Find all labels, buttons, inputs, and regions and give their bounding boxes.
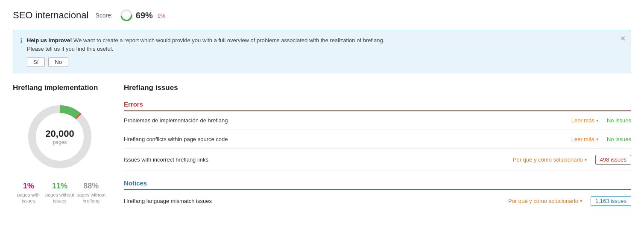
stat-label-2: pages without hreflang — [76, 192, 106, 204]
chevron-down-icon: ▾ — [596, 118, 598, 123]
banner-no-button[interactable]: No — [48, 57, 68, 67]
error-row-2: Issues with incorrect hreflang links Por… — [124, 149, 631, 171]
error-row-0-status: No issues — [607, 117, 631, 124]
stat-item-1: 11% pages without issues — [45, 182, 75, 204]
score-value: 69% — [136, 11, 153, 20]
banner-sub-text: Please tell us if you find this useful. — [27, 46, 113, 52]
donut-wrapper: 20,000 pages — [13, 101, 107, 173]
error-row-0-label: Problemas de implementación de hreflang — [124, 117, 571, 124]
banner-yes-button[interactable]: Sí — [27, 57, 45, 67]
error-row-0: Problemas de implementación de hreflang … — [124, 111, 631, 130]
error-row-2-label: Issues with incorrect hreflang links — [124, 156, 513, 163]
notice-row-0-label: Hreflang language mismatch issues — [124, 198, 508, 204]
stat-percent-2: 88% — [83, 182, 99, 191]
error-row-1-status: No issues — [607, 136, 631, 142]
donut-label: 20,000 pages — [45, 128, 74, 145]
main-layout: Hreflang implementation 20,000 — [13, 84, 631, 212]
error-row-0-link[interactable]: Leer más ▾ — [571, 117, 598, 124]
error-row-1: Hreflang conflicts within page source co… — [124, 130, 631, 149]
stat-item-2: 88% pages without hreflang — [76, 182, 106, 204]
close-icon[interactable]: ✕ — [620, 35, 626, 43]
chevron-down-icon: ▾ — [580, 199, 582, 203]
left-panel: Hreflang implementation 20,000 — [13, 84, 107, 212]
stat-percent-0: 1% — [23, 182, 34, 191]
info-icon: ℹ — [20, 37, 23, 45]
notices-section-header: Notices — [124, 179, 631, 190]
chevron-down-icon: ▾ — [596, 137, 598, 142]
right-panel: Hreflang issues Errors Problemas de impl… — [124, 84, 631, 212]
banner-bold-text: Help us improve! — [27, 37, 72, 43]
info-banner: ℹ Help us improve! We want to create a r… — [13, 30, 631, 73]
notice-row-0: Hreflang language mismatch issues Por qu… — [124, 190, 631, 212]
score-donut-icon — [120, 9, 133, 22]
banner-text: Help us improve! We want to create a rep… — [27, 36, 384, 53]
stat-label-0: pages with issues — [14, 192, 44, 204]
error-row-1-link[interactable]: Leer más ▾ — [571, 136, 598, 142]
notice-row-0-link[interactable]: Por qué y cómo solucionarlo ▾ — [508, 198, 582, 204]
error-row-2-link[interactable]: Por qué y cómo solucionarlo ▾ — [513, 156, 587, 163]
chevron-down-icon: ▾ — [585, 157, 587, 162]
right-section-title: Hreflang issues — [124, 84, 631, 92]
donut-sublabel: pages — [45, 139, 74, 145]
score-label: Score: — [95, 12, 112, 19]
score-circle: 69% -1% — [120, 9, 165, 22]
stat-label-1: pages without issues — [45, 192, 75, 204]
error-row-2-badge[interactable]: 498 issues — [595, 155, 631, 165]
page-title: SEO internacional — [13, 10, 88, 21]
banner-buttons: Sí No — [27, 57, 384, 67]
donut-number: 20,000 — [45, 128, 74, 139]
stats-row: 1% pages with issues 11% pages without i… — [13, 182, 107, 204]
notice-row-0-badge[interactable]: 1,163 issues — [591, 196, 631, 206]
page-header: SEO internacional Score: 69% -1% — [13, 9, 631, 22]
left-section-title: Hreflang implementation — [13, 84, 107, 92]
banner-main-text: We want to create a report which would p… — [73, 37, 384, 43]
stat-item-0: 1% pages with issues — [14, 182, 44, 204]
errors-section-header: Errors — [124, 101, 631, 111]
score-change: -1% — [155, 12, 165, 19]
banner-content: Help us improve! We want to create a rep… — [27, 36, 384, 67]
donut-chart: 20,000 pages — [23, 101, 96, 173]
error-row-1-label: Hreflang conflicts within page source co… — [124, 136, 571, 142]
stat-percent-1: 11% — [52, 182, 67, 191]
